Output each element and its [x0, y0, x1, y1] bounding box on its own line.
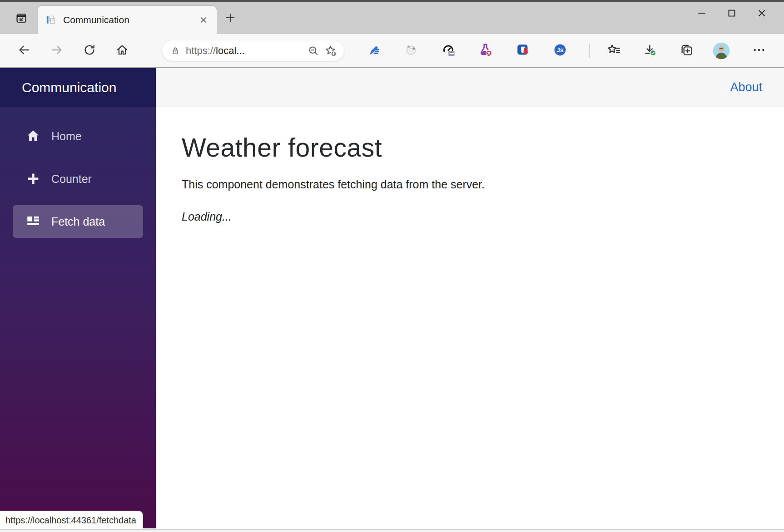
status-bar-url: https://localhost:44361/fetchdata — [0, 511, 143, 529]
address-bar[interactable]: https://local... — [162, 40, 344, 61]
flask-extension-icon — [478, 42, 493, 59]
toolbar-separator — [589, 44, 590, 58]
tab-strip: Communication — [0, 2, 784, 34]
minimize-button[interactable] — [687, 2, 717, 26]
sidebar-brand-row: Communication — [0, 68, 156, 107]
more-icon — [752, 43, 766, 59]
maximize-button[interactable] — [717, 2, 747, 26]
sidebar-nav: Home Counter — [0, 107, 156, 248]
top-row: About — [156, 68, 784, 107]
tab-close-icon[interactable] — [197, 13, 210, 27]
downloads-icon — [643, 43, 657, 59]
orbit-extension-button[interactable] — [401, 40, 422, 61]
sidebar: Communication Home — [0, 68, 156, 528]
home-button[interactable] — [112, 40, 133, 61]
settings-more-button[interactable] — [749, 40, 769, 61]
favorites-icon — [606, 43, 621, 59]
page-description: This component demonstrates fetching dat… — [182, 178, 766, 191]
javascript-extension-icon: Js — [552, 42, 568, 59]
downloads-button[interactable] — [640, 40, 660, 61]
sidebar-item-counter[interactable]: Counter — [13, 163, 143, 195]
loading-indicator: Loading... — [182, 210, 766, 223]
flask-extension-button[interactable] — [475, 40, 496, 61]
zoom-out-icon[interactable] — [305, 42, 322, 59]
add-favorite-icon[interactable] — [322, 42, 339, 59]
shield-lock-extension-icon — [515, 42, 531, 59]
page-viewport: Communication Home — [0, 68, 784, 528]
back-button[interactable] — [14, 40, 35, 61]
collections-button[interactable] — [676, 40, 697, 61]
forward-button[interactable] — [46, 40, 67, 61]
sidebar-item-label: Home — [51, 130, 82, 143]
sidebar-item-home[interactable]: Home — [13, 120, 143, 153]
forward-icon — [50, 43, 64, 59]
shield-lock-extension-button[interactable] — [512, 40, 533, 61]
pen-extension-button[interactable] — [363, 40, 384, 61]
list-rich-icon — [25, 213, 41, 230]
page-favicon — [45, 14, 57, 26]
profile-avatar[interactable] — [712, 42, 730, 60]
url-host: local... — [216, 45, 245, 56]
maximize-icon — [726, 8, 737, 20]
home-icon — [25, 128, 41, 144]
refresh-icon — [83, 43, 96, 59]
orbit-extension-icon — [404, 43, 418, 59]
new-tab-button[interactable] — [221, 10, 239, 28]
gauge-extension-icon — [441, 42, 456, 59]
lock-icon[interactable] — [169, 44, 182, 58]
browser-home-icon — [115, 43, 129, 59]
pen-extension-icon — [367, 43, 381, 59]
close-icon — [756, 8, 767, 20]
app-brand[interactable]: Communication — [22, 80, 116, 95]
back-icon — [17, 43, 31, 59]
tab-title: Communication — [63, 15, 197, 25]
browser-toolbar: https://local... — [0, 34, 784, 68]
browser-tab[interactable]: Communication — [38, 6, 217, 34]
browser-window: Communication — [0, 0, 784, 532]
url-text[interactable]: https://local... — [186, 45, 305, 57]
window-controls — [687, 2, 777, 34]
collections-icon — [679, 43, 694, 59]
tab-actions-menu-button[interactable] — [11, 9, 31, 29]
refresh-button[interactable] — [79, 40, 100, 61]
tab-actions-menu-icon — [15, 11, 28, 27]
sidebar-item-label: Fetch data — [51, 215, 105, 228]
url-scheme: https:// — [186, 45, 216, 56]
svg-text:Js: Js — [556, 46, 564, 53]
minimize-icon — [696, 8, 707, 20]
gauge-extension-button[interactable] — [438, 40, 459, 61]
page-content: Weather forecast This component demonstr… — [156, 107, 784, 223]
main-area: About Weather forecast This component de… — [156, 68, 784, 528]
javascript-extension-button[interactable]: Js — [550, 40, 571, 61]
new-tab-icon — [224, 12, 236, 25]
window-bottom-edge — [0, 529, 784, 532]
sidebar-item-label: Counter — [51, 172, 92, 186]
sidebar-item-fetch-data[interactable]: Fetch data — [13, 205, 143, 238]
about-link[interactable]: About — [730, 80, 762, 94]
close-window-button[interactable] — [747, 2, 777, 26]
plus-icon — [25, 171, 41, 187]
favorites-button[interactable] — [603, 40, 624, 61]
page-title: Weather forecast — [182, 133, 766, 163]
